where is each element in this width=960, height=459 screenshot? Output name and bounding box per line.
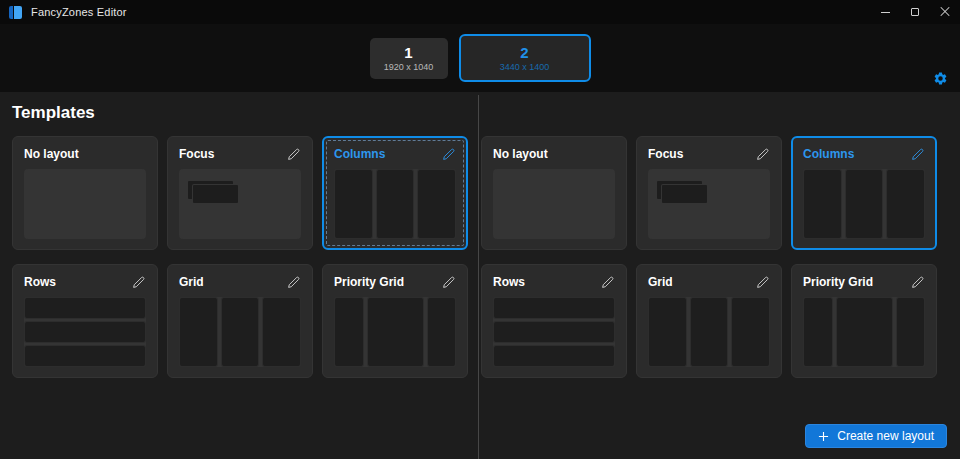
card-title: Rows [493, 275, 525, 289]
monitor-number: 1 [404, 45, 412, 61]
pencil-icon [287, 276, 300, 289]
layout-preview-focus [179, 169, 301, 239]
edit-layout-button[interactable] [909, 274, 925, 290]
zone [493, 321, 615, 343]
monitor-1-template-panel: No layout Focus Columns [0, 92, 478, 459]
focus-zone [192, 184, 239, 204]
title-bar: FancyZones Editor [0, 0, 960, 24]
settings-button[interactable] [930, 68, 950, 88]
layout-preview-priority-grid [334, 297, 456, 367]
edit-layout-button[interactable] [130, 274, 146, 290]
zone [221, 297, 260, 367]
close-icon [940, 7, 950, 17]
minimize-button[interactable] [870, 0, 900, 24]
plus-icon [818, 431, 829, 442]
zone [836, 297, 893, 367]
fancyzones-app-icon [9, 6, 22, 19]
monitor-tab-2[interactable]: 2 3440 x 1400 [459, 34, 591, 82]
card-title: Focus [179, 147, 214, 161]
monitor-resolution: 1920 x 1040 [384, 62, 434, 72]
monitor-2-template-panel: No layout Focus Columns [479, 92, 960, 459]
create-new-layout-button[interactable]: Create new layout [805, 424, 947, 448]
card-title: Columns [803, 147, 854, 161]
pencil-icon [756, 148, 769, 161]
layout-preview-rows [24, 297, 146, 367]
card-title: Columns [334, 147, 385, 161]
zone [376, 169, 415, 239]
layout-preview-focus [648, 169, 770, 239]
card-title: No layout [24, 147, 79, 161]
pencil-icon [601, 276, 614, 289]
template-card-rows[interactable]: Rows [12, 264, 158, 378]
close-button[interactable] [930, 0, 960, 24]
edit-layout-button[interactable] [754, 274, 770, 290]
layout-preview-grid [179, 297, 301, 367]
card-title: No layout [493, 147, 548, 161]
zone [493, 297, 615, 319]
zone [24, 345, 146, 367]
template-card-grid[interactable]: Grid [636, 264, 782, 378]
gear-icon [933, 71, 948, 86]
template-card-focus[interactable]: Focus [636, 136, 782, 250]
layout-preview-empty [493, 169, 615, 239]
maximize-icon [911, 8, 919, 16]
monitor-number: 2 [520, 45, 528, 61]
edit-layout-button[interactable] [909, 146, 925, 162]
card-title: Priority Grid [803, 275, 873, 289]
template-card-no-layout[interactable]: No layout [481, 136, 627, 250]
pencil-icon [287, 148, 300, 161]
zone [648, 297, 687, 367]
zone [845, 169, 884, 239]
window-controls [870, 0, 960, 24]
zone [262, 297, 301, 367]
layout-preview-grid [648, 297, 770, 367]
fancyzones-editor-window: FancyZones Editor 1 1920 x 1040 2 3440 x… [0, 0, 960, 459]
zone [24, 297, 146, 319]
template-card-priority-grid[interactable]: Priority Grid [322, 264, 468, 378]
edit-layout-button[interactable] [754, 146, 770, 162]
template-card-priority-grid[interactable]: Priority Grid [791, 264, 937, 378]
zone [179, 297, 218, 367]
create-new-layout-label: Create new layout [837, 429, 934, 443]
zone [731, 297, 770, 367]
card-title: Grid [179, 275, 204, 289]
templates-heading: Templates [12, 103, 95, 123]
template-card-no-layout[interactable]: No layout [12, 136, 158, 250]
template-grid: No layout Focus Columns [12, 136, 478, 378]
pencil-icon [756, 276, 769, 289]
template-grid: No layout Focus Columns [481, 136, 960, 378]
layout-preview-columns [803, 169, 925, 239]
zone [690, 297, 729, 367]
edit-layout-button[interactable] [440, 274, 456, 290]
zone [427, 297, 457, 367]
edit-layout-button[interactable] [285, 146, 301, 162]
layout-preview-rows [493, 297, 615, 367]
maximize-button[interactable] [900, 0, 930, 24]
pencil-icon [911, 276, 924, 289]
monitor-tab-1[interactable]: 1 1920 x 1040 [370, 38, 448, 79]
edit-layout-button[interactable] [599, 274, 615, 290]
template-card-columns[interactable]: Columns [322, 136, 468, 250]
card-title: Rows [24, 275, 56, 289]
monitor-resolution: 3440 x 1400 [500, 62, 550, 72]
pencil-icon [442, 148, 455, 161]
card-title: Priority Grid [334, 275, 404, 289]
template-card-grid[interactable]: Grid [167, 264, 313, 378]
zone [367, 297, 424, 367]
zone [886, 169, 925, 239]
zone [417, 169, 456, 239]
template-card-rows[interactable]: Rows [481, 264, 627, 378]
zone [334, 169, 373, 239]
edit-layout-button[interactable] [440, 146, 456, 162]
pencil-icon [911, 148, 924, 161]
zone [334, 297, 364, 367]
zone [803, 169, 842, 239]
edit-layout-button[interactable] [285, 274, 301, 290]
card-title: Focus [648, 147, 683, 161]
template-card-focus[interactable]: Focus [167, 136, 313, 250]
templates-section: Templates No layout Focus [0, 92, 960, 459]
template-card-columns[interactable]: Columns [791, 136, 937, 250]
layout-preview-empty [24, 169, 146, 239]
zone [896, 297, 926, 367]
layout-preview-columns [334, 169, 456, 239]
